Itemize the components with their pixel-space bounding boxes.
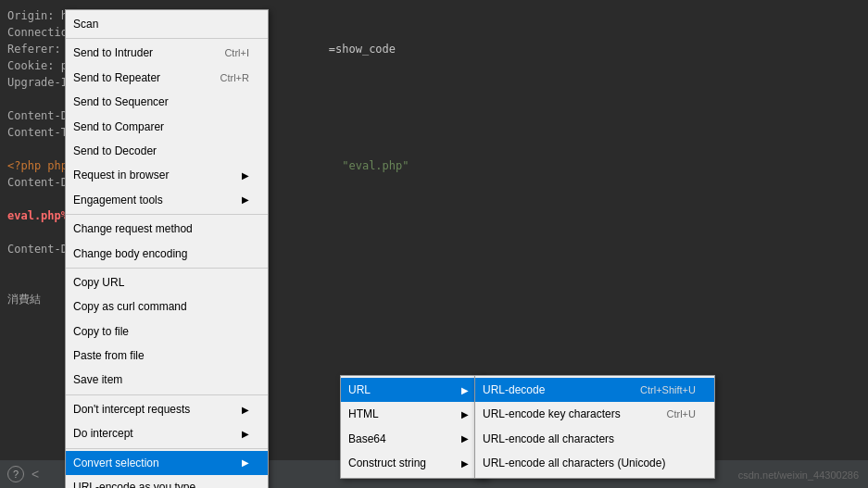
menu-item-send-comparer[interactable]: Send to Comparer — [66, 115, 268, 139]
menu-item-send-decoder[interactable]: Send to Decoder — [66, 139, 268, 163]
menu-item-url-encode-all[interactable]: URL-encode all characters — [475, 427, 714, 451]
menu-item-dont-intercept[interactable]: Don't intercept requests ▶ — [66, 397, 268, 421]
menu-item-change-body-encoding[interactable]: Change body encoding — [66, 242, 268, 266]
menu-item-scan[interactable]: Scan — [66, 12, 268, 36]
menu-item-paste-from-file[interactable]: Paste from file — [66, 344, 268, 368]
menu-item-save-item[interactable]: Save item — [66, 368, 268, 392]
tertiary-context-menu: URL-decode Ctrl+Shift+U URL-encode key c… — [474, 375, 715, 479]
menu-item-url-encode-as-you-type[interactable]: URL-encode as you type — [66, 475, 268, 488]
menu-separator-4 — [66, 394, 268, 395]
primary-context-menu: Scan Send to Intruder Ctrl+I Send to Rep… — [65, 9, 269, 488]
menu-item-convert-selection[interactable]: Convert selection ▶ — [66, 451, 268, 475]
menu-item-request-in-browser[interactable]: Request in browser ▶ — [66, 163, 268, 187]
menu-item-send-sequencer[interactable]: Send to Sequencer — [66, 90, 268, 114]
menu-item-do-intercept[interactable]: Do intercept ▶ — [66, 421, 268, 445]
secondary-context-menu: URL ▶ HTML ▶ Base64 ▶ Construct string ▶ — [340, 375, 488, 479]
menu-separator-2 — [66, 214, 268, 215]
menu-item-url-encode-all-unicode[interactable]: URL-encode all characters (Unicode) — [475, 451, 714, 475]
menu-item-construct-string[interactable]: Construct string ▶ — [341, 451, 487, 475]
menu-item-engagement-tools[interactable]: Engagement tools ▶ — [66, 188, 268, 212]
menu-separator-3 — [66, 268, 268, 269]
menu-item-url-decode[interactable]: URL-decode Ctrl+Shift+U — [475, 378, 714, 402]
menu-separator-5 — [66, 448, 268, 449]
menu-item-url[interactable]: URL ▶ — [341, 378, 487, 402]
menu-item-change-request-method[interactable]: Change request method — [66, 217, 268, 241]
menu-item-send-intruder[interactable]: Send to Intruder Ctrl+I — [66, 41, 268, 65]
menu-item-copy-to-file[interactable]: Copy to file — [66, 319, 268, 344]
menu-item-base64[interactable]: Base64 ▶ — [341, 427, 487, 451]
menu-item-url-encode-key[interactable]: URL-encode key characters Ctrl+U — [475, 402, 714, 426]
menu-item-send-repeater[interactable]: Send to Repeater Ctrl+R — [66, 66, 268, 90]
menu-separator-1 — [66, 38, 268, 39]
menu-item-html[interactable]: HTML ▶ — [341, 402, 487, 426]
menu-item-copy-curl[interactable]: Copy as curl command — [66, 294, 268, 319]
chevron-left-icon[interactable]: < — [31, 467, 39, 482]
help-button[interactable]: ? — [7, 466, 24, 482]
menu-item-copy-url[interactable]: Copy URL — [66, 270, 268, 294]
watermark-text: csdn.net/weixin_44300286 — [738, 469, 859, 481]
